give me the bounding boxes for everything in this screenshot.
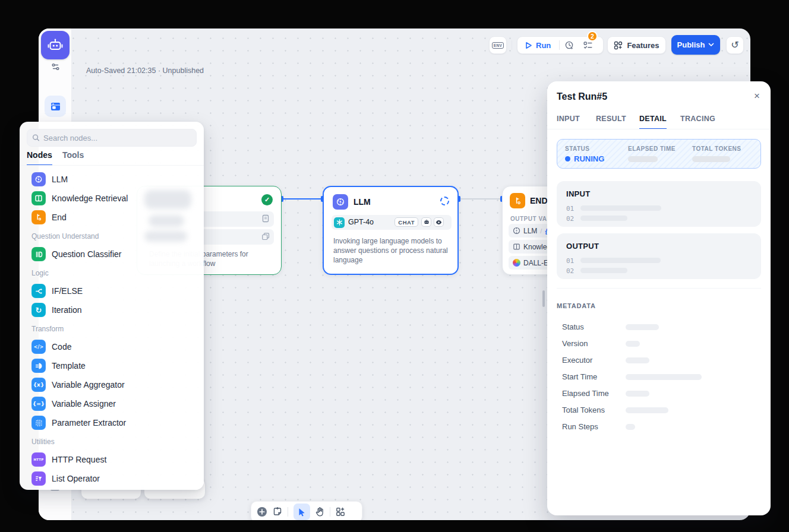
line-number: 02 [566,215,574,223]
input-title: INPUT [566,189,591,198]
skeleton-bar [626,374,702,380]
cursor-icon [298,508,306,517]
chat-mode-badge: CHAT [394,217,418,227]
knowledge-retrieval-icon [31,191,46,205]
node-item-if-else[interactable]: IF/ELSE [24,282,199,300]
workflow-settings-icon[interactable] [51,62,61,72]
skeleton-bar [626,324,659,330]
document-icon [261,214,270,225]
publish-label: Publish [677,40,705,49]
tab-tracing[interactable]: TRACING [680,115,715,123]
publish-button[interactable]: Publish [671,35,720,55]
skeleton-bar [626,424,635,430]
line-number: 02 [566,267,574,275]
add-note-button[interactable] [273,507,282,517]
skeleton-bar [580,268,627,273]
tabs-divider [547,129,771,129]
meta-label-status: Status [562,322,584,331]
tab-nodes[interactable]: Nodes [27,150,52,166]
end-var-name: LLM [523,227,537,235]
llm-var-icon [513,227,520,235]
iteration-icon: ↻ [31,303,46,317]
elapsed-time-label: ELAPSED TIME [628,145,676,152]
node-search-input[interactable] [43,134,191,142]
status-label: STATUS [565,145,590,152]
skeleton-bar [580,205,661,211]
meta-label-run-steps: Run Steps [562,422,598,431]
skeleton-bar [626,391,649,397]
dalle-var-icon [513,259,520,267]
meta-label-executor: Executor [562,356,592,365]
tab-tools[interactable]: Tools [62,150,84,160]
tab-result[interactable]: RESULT [596,115,626,123]
close-icon[interactable]: × [754,91,760,101]
node-picker-panel: Nodes Tools LLM Knowledge Retrieval End … [20,122,204,490]
model-name: GPT-4o [348,218,374,226]
tabs-divider [20,165,204,166]
env-button[interactable]: ENV [489,36,507,54]
skeleton-bar [626,357,649,363]
sidebar-item-workflow[interactable] [45,96,66,117]
organize-nodes-button[interactable] [336,507,345,517]
panel-scrollbar[interactable] [542,290,545,307]
robot-capability-icon [421,217,431,227]
end-icon [31,210,46,224]
running-dot-icon [565,156,570,162]
llm-node[interactable]: LLM GPT-4o CHAT Invoking large language … [323,186,459,275]
node-item-variable-assigner[interactable]: {=} Variable Assigner [24,395,199,413]
copy-icon [261,232,270,243]
status-value: RUNING [574,154,604,163]
features-button[interactable]: Features [607,36,666,54]
version-history-button[interactable]: ↺ [726,36,744,54]
add-node-button[interactable] [257,506,267,517]
meta-label-elapsed-time: Elapsed Time [562,389,609,398]
llm-icon [31,172,46,186]
node-item-llm[interactable]: LLM [24,170,199,188]
node-item-parameter-extractor[interactable]: Parameter Extractor [24,414,199,432]
node-item-variable-aggregator[interactable]: {x} Variable Aggregator [24,376,199,394]
tab-detail[interactable]: DETAIL [639,115,667,129]
node-item-code[interactable]: </> Code [24,338,199,356]
template-icon [31,359,46,373]
llm-icon [333,194,348,210]
run-button[interactable]: Run [525,41,551,50]
node-item-end[interactable]: End [24,208,199,226]
total-tokens-label: TOTAL TOKENS [692,145,741,152]
tab-input[interactable]: INPUT [557,115,580,123]
code-icon: </> [31,340,46,354]
app-logo-robot-icon[interactable] [41,31,70,59]
checklist-icon[interactable] [583,40,593,50]
node-item-iteration[interactable]: ↻ Iteration [24,301,199,319]
screen: ✓ Define the initial parameters for laun… [0,0,789,532]
features-label: Features [627,41,659,50]
edge-llm-end [459,198,502,200]
node-item-http-request[interactable]: HTTP HTTP Request [24,451,199,468]
node-item-list-operator[interactable]: List Operator [24,470,199,487]
pointer-tool-button[interactable] [293,504,310,520]
loading-spinner-icon [440,197,449,205]
parameter-extractor-icon [31,416,46,430]
run-history-icon[interactable] [564,40,575,50]
llm-model-row[interactable]: GPT-4o CHAT [332,215,452,230]
status-card: STATUS RUNING ELAPSED TIME TOTAL TOKENS [557,139,761,169]
search-icon [32,134,40,142]
skeleton-bar [580,258,661,263]
node-item-knowledge-retrieval[interactable]: Knowledge Retrieval [24,189,199,207]
line-number: 01 [566,257,574,265]
group-title-transform: Transform [31,325,64,333]
node-item-question-classifier[interactable]: Question Classifier [24,245,199,263]
toolbar-divider [330,507,330,517]
node-item-template[interactable]: Template [24,357,199,375]
variable-assigner-icon: {=} [31,397,46,411]
section-divider [557,288,761,289]
env-icon: ENV [492,42,504,49]
run-group-divider [559,40,560,50]
ghost-blur [144,231,187,242]
toolbar-divider [512,40,512,50]
hand-tool-button[interactable] [315,507,324,517]
end-var-name: DALL-E [523,259,548,267]
llm-node-title: LLM [354,197,371,207]
line-number: 01 [566,205,574,213]
end-node-title: END [530,196,548,205]
run-label: Run [536,41,551,50]
